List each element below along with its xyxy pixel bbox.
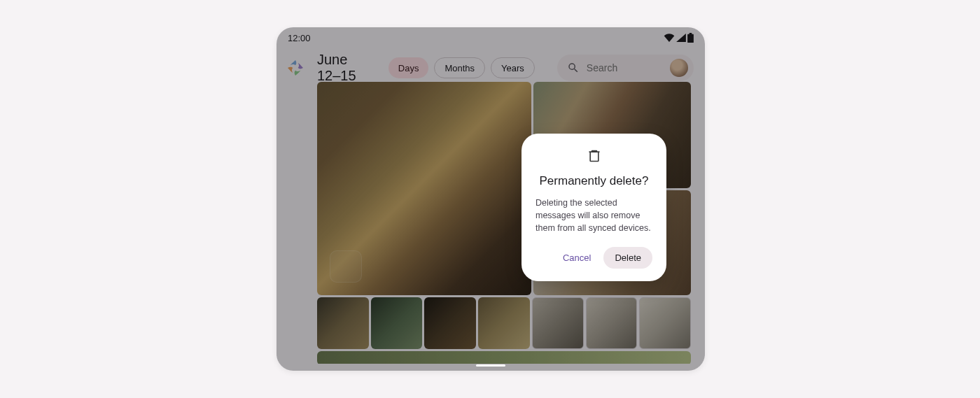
- tab-years[interactable]: Years: [491, 57, 535, 78]
- status-bar: 12:00: [276, 27, 705, 48]
- tablet-device-frame: 12:00 June 12–15 Days Months: [276, 27, 705, 371]
- delete-button[interactable]: Delete: [603, 247, 652, 269]
- navigation-pill[interactable]: [476, 364, 505, 367]
- date-range-title: June 12–15: [317, 52, 370, 84]
- delete-icon: [587, 149, 601, 166]
- cancel-button[interactable]: Cancel: [557, 248, 596, 267]
- confirm-delete-dialog: Permanently delete? Deleting the selecte…: [522, 134, 666, 281]
- view-range-tabs: Days Months Years: [388, 57, 535, 78]
- search-input[interactable]: [587, 62, 663, 73]
- photo-band[interactable]: [317, 351, 691, 364]
- tab-days[interactable]: Days: [388, 57, 429, 78]
- photo-thumb[interactable]: [424, 297, 476, 349]
- photo-hero[interactable]: [317, 82, 531, 295]
- photo-thumb[interactable]: [586, 297, 638, 349]
- dialog-actions: Cancel Delete: [536, 247, 652, 269]
- photo-thumb[interactable]: [478, 297, 530, 349]
- dialog-title: Permanently delete?: [536, 174, 652, 188]
- photo-thumb[interactable]: [639, 297, 691, 349]
- wifi-icon: [664, 34, 675, 42]
- search-icon: [567, 62, 580, 74]
- photo-thumb[interactable]: [371, 297, 423, 349]
- search-field[interactable]: [557, 55, 694, 81]
- tab-months[interactable]: Months: [434, 57, 485, 78]
- photos-app-logo[interactable]: [288, 59, 303, 76]
- cellular-signal-icon: [676, 34, 686, 42]
- status-icons: [664, 33, 694, 43]
- battery-icon: [687, 33, 694, 43]
- avatar[interactable]: [670, 59, 688, 77]
- photo-thumb[interactable]: [532, 297, 584, 349]
- status-clock: 12:00: [288, 33, 311, 43]
- photo-thumb[interactable]: [317, 297, 369, 349]
- dialog-body-text: Deleting the selected messages will also…: [536, 197, 652, 234]
